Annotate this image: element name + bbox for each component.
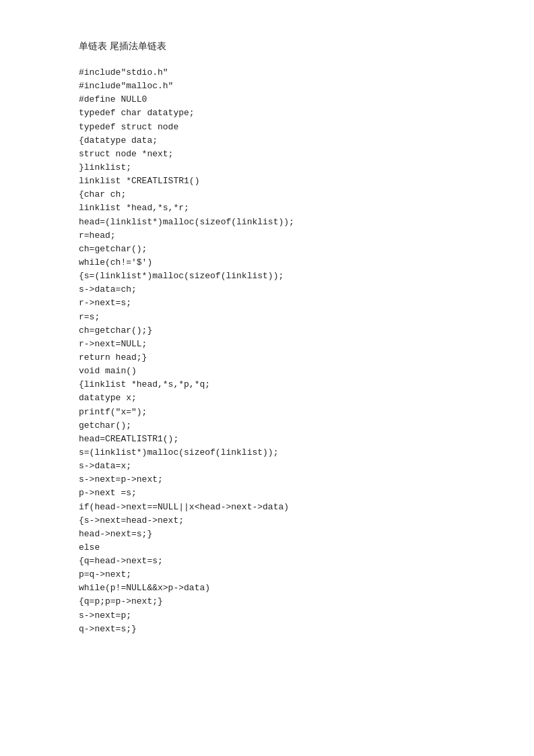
code-block: #include"stdio.h" #include"malloc.h" #de… <box>79 66 494 636</box>
page-title: 单链表 尾插法单链表 <box>79 40 494 53</box>
